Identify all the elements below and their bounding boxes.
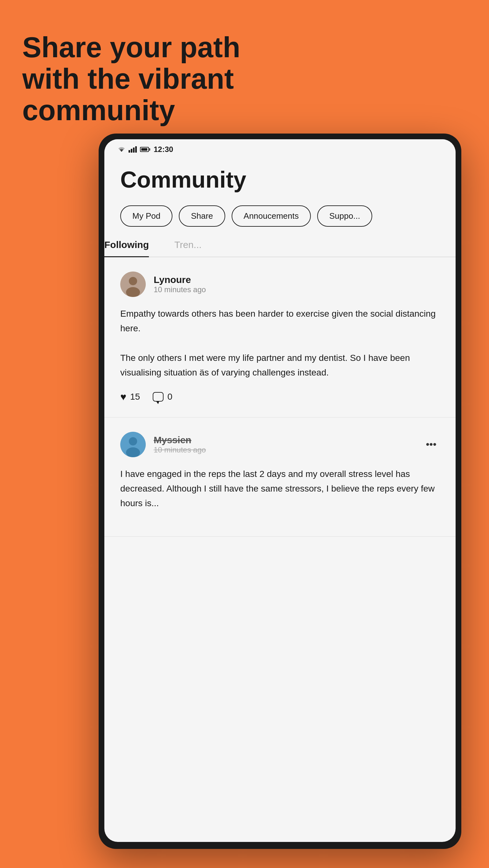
- post-author-1: Lynoure 10 minutes ago: [120, 272, 206, 297]
- svg-point-5: [126, 447, 140, 457]
- svg-point-1: [129, 277, 137, 285]
- avatar-1: [120, 272, 146, 297]
- heart-icon-1: ♥: [120, 391, 126, 403]
- filter-tab-support[interactable]: Suppo...: [317, 206, 372, 227]
- battery-icon: [140, 147, 149, 152]
- posts-container: Lynoure 10 minutes ago Empathy towards o…: [104, 257, 456, 537]
- status-bar: 12:30: [104, 139, 456, 157]
- filter-tabs: My Pod Share Annoucements Suppo...: [120, 206, 440, 227]
- tab-trending[interactable]: Tren...: [174, 240, 202, 256]
- post-text-2: I have engaged in the reps the last 2 da…: [120, 467, 440, 511]
- svg-point-2: [126, 287, 140, 297]
- author-info-2: Myssien 10 minutes ago: [154, 435, 206, 454]
- post-actions-1: ♥ 15 0: [120, 391, 440, 403]
- hero-title: Share your path with the vibrant communi…: [22, 32, 245, 126]
- author-name-2: Myssien: [154, 435, 206, 445]
- post-time-1: 10 minutes ago: [154, 285, 206, 294]
- like-count-1: 15: [130, 392, 140, 402]
- phone-mockup: 12:30 Community My Pod Share Annoucement…: [98, 133, 461, 849]
- hero-section: Share your path with the vibrant communi…: [0, 0, 489, 126]
- post-text-1: Empathy towards others has been harder t…: [120, 307, 440, 380]
- svg-point-4: [129, 437, 137, 445]
- post-header-1: Lynoure 10 minutes ago: [120, 272, 440, 297]
- status-time: 12:30: [154, 145, 173, 154]
- wifi-icon: [117, 146, 126, 153]
- more-options-icon[interactable]: •••: [423, 437, 440, 452]
- filter-tab-announcements[interactable]: Annoucements: [232, 206, 311, 227]
- author-name-1: Lynoure: [154, 274, 206, 285]
- post-author-2: Myssien 10 minutes ago: [120, 432, 206, 457]
- tab-following[interactable]: Following: [104, 240, 149, 256]
- phone-inner: 12:30 Community My Pod Share Annoucement…: [104, 139, 456, 842]
- filter-tab-mypod[interactable]: My Pod: [120, 206, 172, 227]
- post-card-2: Myssien 10 minutes ago ••• I have engage…: [104, 417, 456, 537]
- comment-button-1[interactable]: 0: [153, 392, 172, 402]
- signal-icon: [128, 146, 137, 153]
- post-card-1: Lynoure 10 minutes ago Empathy towards o…: [104, 257, 456, 417]
- like-button-1[interactable]: ♥ 15: [120, 391, 140, 403]
- post-time-2: 10 minutes ago: [154, 445, 206, 454]
- author-info-1: Lynoure 10 minutes ago: [154, 274, 206, 294]
- app-content: Community My Pod Share Annoucements Supp…: [104, 157, 456, 227]
- avatar-2: [120, 432, 146, 457]
- filter-tab-share[interactable]: Share: [179, 206, 225, 227]
- comment-count-1: 0: [167, 392, 172, 402]
- tab-bar: Following Tren...: [104, 240, 456, 257]
- page-title: Community: [120, 166, 440, 193]
- comment-bubble-1: [153, 392, 164, 402]
- status-icons: [117, 146, 149, 153]
- post-header-2: Myssien 10 minutes ago •••: [120, 432, 440, 457]
